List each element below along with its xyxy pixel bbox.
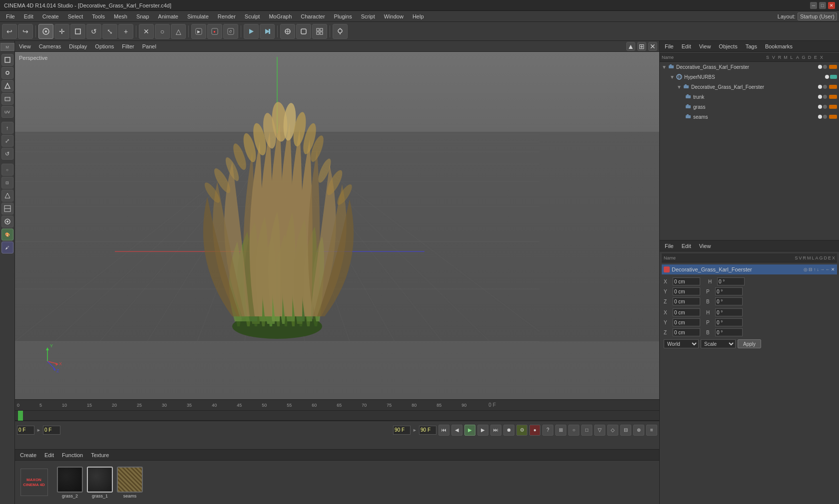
sidebar-tool2[interactable] bbox=[1, 203, 13, 215]
cube-button[interactable] bbox=[70, 24, 85, 39]
anim-btn1[interactable]: ⚙ bbox=[516, 425, 527, 436]
obj-menu-bookmarks[interactable]: Bookmarks bbox=[763, 42, 795, 50]
redo-button[interactable]: ↪ bbox=[18, 24, 33, 39]
scale-p-input[interactable] bbox=[715, 318, 743, 326]
sidebar-edge-mode[interactable] bbox=[1, 80, 13, 92]
sidebar-uvw-mode[interactable]: UV bbox=[1, 106, 13, 118]
coord-x-input[interactable] bbox=[673, 277, 700, 285]
menu-file[interactable]: File bbox=[2, 12, 19, 20]
vp-layout-button[interactable]: ⊞ bbox=[637, 42, 646, 51]
sidebar-live[interactable]: ⊡ bbox=[1, 177, 13, 189]
attr-icon3[interactable]: ↑ bbox=[814, 267, 816, 272]
record-button[interactable]: ● bbox=[207, 24, 222, 39]
anim-btn4[interactable]: ⊞ bbox=[555, 425, 566, 436]
vp-menu-panel[interactable]: Panel bbox=[140, 42, 158, 50]
vp-maximize-button[interactable]: ▲ bbox=[626, 42, 635, 51]
obj-menu-file[interactable]: File bbox=[663, 42, 676, 50]
sidebar-paint2[interactable]: 🖌 bbox=[1, 242, 13, 253]
coord-h-input[interactable] bbox=[717, 277, 745, 285]
dot-s[interactable] bbox=[818, 65, 822, 69]
vp-menu-options[interactable]: Options bbox=[93, 42, 116, 50]
attr-icon5[interactable]: → bbox=[820, 267, 825, 272]
select-object-button[interactable]: ✕ bbox=[139, 24, 154, 39]
sidebar-move[interactable]: ↑ bbox=[1, 122, 13, 134]
anim-btn10[interactable]: ⊕ bbox=[633, 425, 644, 436]
render-settings-button[interactable] bbox=[260, 24, 275, 39]
anim-btn7[interactable]: ▽ bbox=[594, 425, 605, 436]
sidebar-scale[interactable]: ⤢ bbox=[1, 135, 13, 147]
goto-end-button[interactable]: ⏭ bbox=[490, 425, 501, 436]
dot-v-seams[interactable] bbox=[823, 115, 827, 119]
material-grass-2[interactable]: grass_2 bbox=[57, 467, 83, 499]
transform-dropdown[interactable]: Scale Move Rotate bbox=[701, 339, 736, 348]
menu-plugins[interactable]: Plugins bbox=[330, 12, 356, 20]
end-frame-display[interactable] bbox=[419, 426, 436, 435]
end-frame-input[interactable] bbox=[393, 426, 411, 435]
coord-z-input[interactable] bbox=[673, 297, 700, 305]
light-button[interactable] bbox=[333, 24, 348, 39]
select-points-button[interactable]: ○ bbox=[155, 24, 170, 39]
timeline-start-marker[interactable] bbox=[18, 411, 23, 421]
attr-icon2[interactable]: ⊟ bbox=[809, 267, 813, 272]
vp-menu-filter[interactable]: Filter bbox=[120, 42, 136, 50]
attr-icon4[interactable]: ↓ bbox=[817, 267, 820, 272]
sidebar-model-mode[interactable] bbox=[1, 54, 13, 66]
menu-character[interactable]: Character bbox=[297, 12, 329, 20]
mat-menu-texture[interactable]: Texture bbox=[89, 451, 111, 459]
scale-y-input[interactable] bbox=[673, 318, 700, 326]
play-button[interactable]: ▶ bbox=[191, 24, 206, 39]
material-grass-1[interactable]: grass_1 bbox=[87, 467, 113, 499]
add-button[interactable]: + bbox=[118, 24, 133, 39]
menu-render[interactable]: Render bbox=[214, 12, 240, 20]
dot-s-seams[interactable] bbox=[818, 115, 822, 119]
anim-btn5[interactable]: ○ bbox=[568, 425, 579, 436]
anim-btn8[interactable]: ◇ bbox=[607, 425, 618, 436]
timeline-track[interactable] bbox=[15, 411, 659, 421]
sidebar-select-all[interactable]: ○ bbox=[1, 164, 13, 176]
mat-menu-edit[interactable]: Edit bbox=[42, 451, 56, 459]
transform-button[interactable] bbox=[280, 24, 295, 39]
menu-snap[interactable]: Snap bbox=[132, 12, 153, 20]
maximize-button[interactable]: □ bbox=[819, 2, 826, 9]
attr-menu-edit[interactable]: Edit bbox=[680, 242, 693, 250]
obj-tag-deco[interactable] bbox=[829, 85, 837, 89]
obj-menu-view[interactable]: View bbox=[697, 42, 713, 50]
current-frame-input[interactable] bbox=[17, 426, 34, 435]
scale-h-input[interactable] bbox=[715, 308, 743, 316]
close-button[interactable]: ✕ bbox=[828, 2, 835, 9]
viewport[interactable]: Y X Z Perspective bbox=[15, 52, 659, 399]
obj-row-trunk[interactable]: trunk bbox=[660, 92, 839, 102]
anim-btn11[interactable]: ≡ bbox=[646, 425, 657, 436]
play-forward-button[interactable]: ▶ bbox=[464, 425, 475, 436]
dot-v[interactable] bbox=[823, 65, 827, 69]
timeline-button[interactable]: ⏱ bbox=[223, 24, 238, 39]
vp-close-button[interactable]: ✕ bbox=[648, 42, 657, 51]
select-edges-button[interactable]: △ bbox=[171, 24, 186, 39]
render-button[interactable] bbox=[244, 24, 259, 39]
obj-menu-objects[interactable]: Objects bbox=[717, 42, 739, 50]
menu-animate[interactable]: Animate bbox=[154, 12, 182, 20]
dot-s-deco[interactable] bbox=[818, 85, 822, 89]
anim-btn6[interactable]: □ bbox=[581, 425, 592, 436]
rotate-button[interactable]: ↺ bbox=[86, 24, 101, 39]
material-seams[interactable]: seams bbox=[117, 467, 143, 499]
sidebar-brush[interactable] bbox=[1, 216, 13, 228]
obj-row-hypernurbs[interactable]: ▼ HyperNURBS bbox=[660, 72, 839, 82]
selection-tool-button[interactable] bbox=[38, 24, 53, 39]
obj-row-root[interactable]: ▼ Decorative_Grass_Karl_Foerster bbox=[660, 62, 839, 72]
attr-menu-view[interactable]: View bbox=[697, 242, 713, 250]
menu-window[interactable]: Window bbox=[380, 12, 408, 20]
menu-sculpt[interactable]: Sculpt bbox=[241, 12, 264, 20]
dot-v-deco[interactable] bbox=[823, 85, 827, 89]
attr-icon6[interactable]: ← bbox=[826, 267, 830, 272]
menu-tools[interactable]: Tools bbox=[88, 12, 109, 20]
undo-button[interactable]: ↩ bbox=[2, 24, 17, 39]
apply-button[interactable]: Apply bbox=[738, 339, 761, 348]
space-dropdown[interactable]: World Object bbox=[664, 339, 699, 348]
attr-menu-file[interactable]: File bbox=[663, 242, 676, 250]
dot-s-grass[interactable] bbox=[818, 105, 822, 109]
anim-btn3[interactable]: ? bbox=[542, 425, 553, 436]
attr-icon7[interactable]: ✕ bbox=[831, 267, 835, 272]
layout-value[interactable]: Startup (User) bbox=[798, 12, 837, 20]
menu-select[interactable]: Select bbox=[64, 12, 87, 20]
